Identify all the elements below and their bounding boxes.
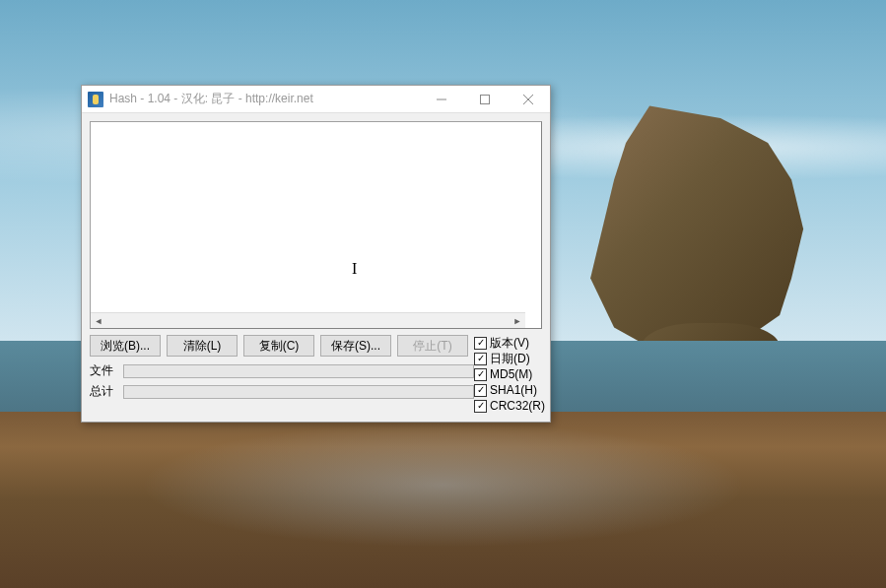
file-progress-label: 文件	[90, 362, 117, 379]
scroll-right-icon[interactable]: ►	[510, 313, 525, 328]
checkbox-icon: ✓	[474, 384, 487, 397]
progress-section: 文件 总计	[90, 362, 474, 400]
save-button[interactable]: 保存(S)...	[320, 335, 391, 357]
date-checkbox[interactable]: ✓ 日期(D)	[474, 351, 545, 366]
version-checkbox[interactable]: ✓ 版本(V)	[474, 335, 545, 351]
window-title: Hash - 1.04 - 汉化: 昆子 - http://keir.net	[109, 91, 420, 107]
browse-button[interactable]: 浏览(B)...	[90, 335, 161, 357]
total-progress-label: 总计	[90, 383, 117, 400]
sha1-checkbox[interactable]: ✓ SHA1(H)	[474, 382, 545, 398]
beach-reflection	[89, 412, 797, 558]
checkbox-icon: ✓	[474, 353, 487, 365]
button-toolbar: 浏览(B)... 清除(L) 复制(C) 保存(S)... 停止(T)	[90, 335, 474, 357]
version-label: 版本(V)	[490, 335, 529, 352]
total-progress-row: 总计	[90, 383, 474, 400]
checkbox-icon: ✓	[474, 337, 487, 350]
svg-rect-1	[481, 95, 490, 103]
stop-button[interactable]: 停止(T)	[397, 335, 468, 357]
sha1-label: SHA1(H)	[490, 383, 537, 397]
scroll-left-icon[interactable]: ◄	[91, 313, 106, 328]
copy-button[interactable]: 复制(C)	[243, 335, 314, 357]
app-icon	[88, 92, 103, 107]
date-label: 日期(D)	[490, 351, 530, 367]
titlebar[interactable]: Hash - 1.04 - 汉化: 昆子 - http://keir.net	[82, 86, 550, 113]
hash-options: ✓ 版本(V) ✓ 日期(D) ✓ MD5(M) ✓ SHA1(H) ✓ C	[474, 335, 545, 414]
hash-app-window: Hash - 1.04 - 汉化: 昆子 - http://keir.net I…	[81, 85, 551, 423]
clear-button[interactable]: 清除(L)	[167, 335, 238, 357]
file-progress-bar	[123, 364, 474, 378]
scroll-track[interactable]	[106, 313, 510, 328]
file-progress-row: 文件	[90, 362, 474, 379]
crc32-checkbox[interactable]: ✓ CRC32(R)	[474, 398, 545, 414]
total-progress-bar	[123, 385, 474, 399]
md5-label: MD5(M)	[490, 367, 532, 381]
hash-output-textarea[interactable]: I ◄ ►	[90, 121, 542, 329]
window-controls	[420, 86, 550, 112]
checkbox-icon: ✓	[474, 368, 487, 381]
maximize-button[interactable]	[463, 86, 507, 112]
close-button[interactable]	[507, 86, 550, 112]
crc32-label: CRC32(R)	[490, 399, 545, 413]
md5-checkbox[interactable]: ✓ MD5(M)	[474, 366, 545, 382]
horizontal-scrollbar[interactable]: ◄ ►	[91, 312, 525, 328]
content-area: I ◄ ► 浏览(B)... 清除(L) 复制(C) 保存(S)... 停止(T…	[82, 113, 550, 422]
checkbox-icon: ✓	[474, 400, 487, 413]
text-cursor-icon: I	[352, 260, 353, 276]
minimize-button[interactable]	[420, 86, 463, 112]
bottom-section: 浏览(B)... 清除(L) 复制(C) 保存(S)... 停止(T) 文件 总…	[90, 335, 542, 414]
